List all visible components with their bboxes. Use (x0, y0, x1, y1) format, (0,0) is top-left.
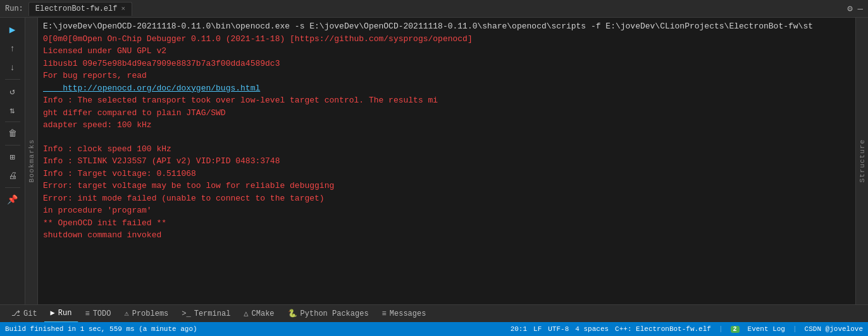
todo-label: TODO (93, 309, 111, 318)
git-label: Git (23, 309, 37, 318)
todo-icon: ≡ (85, 309, 89, 318)
python-packages-icon: 🐍 (288, 309, 297, 318)
bottom-tab-todo[interactable]: ≡TODO (78, 305, 118, 323)
bottom-tab-git[interactable]: ⎇Git (5, 305, 44, 323)
main-area: ▶ ↑ ↓ ↺ ⇅ 🗑 ⊞ 🖨 📌 Bookmarks E:\joveDev\O… (0, 18, 868, 304)
rerun-button[interactable]: ↺ (3, 82, 23, 100)
bottom-tab-run[interactable]: ▶Run (44, 305, 79, 323)
language[interactable]: C++: ElectronBot-fw.elf (615, 325, 711, 333)
clear-console-button[interactable]: 🗑 (3, 125, 23, 142)
terminal-icon: >_ (182, 309, 190, 318)
settings-icon[interactable]: ⚙ (847, 3, 852, 14)
event-log-label[interactable]: Event Log (748, 325, 785, 333)
separator: | (719, 325, 723, 333)
terminal-line: E:\joveDev\OpenOCD-20211118-0.11.0\bin\o… (43, 20, 850, 33)
scroll-down-button[interactable]: ↓ (3, 59, 23, 77)
terminal-line: http://openocd.org/doc/doxygen/bugs.html (43, 82, 850, 95)
bookmarks-sidebar: Bookmarks (25, 18, 38, 304)
terminal-line: in procedure 'program' (43, 204, 850, 217)
play-button[interactable]: ▶ (3, 21, 23, 39)
pin-button[interactable]: 📌 (3, 190, 23, 208)
main-tab[interactable]: ElectronBot-fw.elf × (28, 2, 132, 16)
problems-label: Problems (132, 309, 169, 318)
bottom-tab-problems[interactable]: ⚠Problems (118, 305, 175, 323)
terminal-line: 0[0m0[0mOpen On-Chip Debugger 0.11.0 (20… (43, 33, 850, 46)
sidebar-separator-3 (5, 145, 20, 146)
sidebar-separator-2 (5, 121, 20, 122)
print-button[interactable]: 🖨 (3, 167, 23, 185)
structure-sidebar: Structure (855, 18, 868, 304)
bottom-toolbar: ⎇Git▶Run≡TODO⚠Problems>_Terminal△CMake🐍P… (0, 304, 868, 322)
separator2: | (793, 325, 797, 333)
event-log-badge: 2 (731, 326, 740, 333)
terminal-line: Info : The selected transport took over … (43, 94, 850, 107)
terminal-area[interactable]: E:\joveDev\OpenOCD-20211118-0.11.0\bin\o… (38, 18, 855, 304)
bottom-tab-terminal[interactable]: >_Terminal (175, 305, 237, 323)
git-icon: ⎇ (11, 309, 20, 318)
run-label: Run (58, 309, 72, 318)
terminal-line: For bug reports, read (43, 70, 850, 82)
terminal-line: Info : Target voltage: 0.511068 (43, 168, 850, 180)
status-bar: Build finished in 1 sec, 559 ms (a minut… (0, 322, 868, 336)
run-icon: ▶ (51, 308, 55, 318)
messages-icon: ≡ (382, 309, 387, 318)
left-sidebar: ▶ ↑ ↓ ↺ ⇅ 🗑 ⊞ 🖨 📌 (0, 18, 25, 304)
terminal-empty-line (43, 132, 850, 143)
terminal-line: adapter speed: 100 kHz (43, 119, 850, 132)
minimize-icon[interactable]: — (858, 4, 863, 14)
terminal-line: Licensed under GNU GPL v2 (43, 45, 850, 58)
status-right: 20:1 LF UTF-8 4 spaces C++: ElectronBot-… (511, 325, 863, 333)
cmake-icon: △ (244, 309, 248, 318)
sidebar-separator-1 (5, 79, 20, 80)
python-packages-label: Python Packages (301, 309, 369, 318)
terminal-line: Error: target voltage may be too low for… (43, 180, 850, 192)
problems-icon: ⚠ (124, 309, 128, 318)
structure-label: Structure (859, 139, 866, 182)
line-ending[interactable]: LF (533, 325, 542, 333)
cmake-label: CMake (252, 309, 275, 318)
layout-button[interactable]: ⊞ (3, 148, 23, 166)
title-bar: Run: ElectronBot-fw.elf × ⚙ — (0, 0, 868, 18)
terminal-line: Info : STLINK V2J35S7 (API v2) VID:PID 0… (43, 155, 850, 168)
scroll-lock-button[interactable]: ⇅ (3, 101, 23, 119)
build-status: Build finished in 1 sec, 559 ms (a minut… (5, 325, 197, 333)
terminal-line: libusb1 09e75e98b4d9ea7909e8837b7a3f00dd… (43, 58, 850, 70)
terminal-label: Terminal (194, 309, 231, 318)
bottom-tab-python-packages[interactable]: 🐍Python Packages (282, 305, 376, 323)
csdn-text: CSDN @jovelove (805, 325, 863, 333)
sidebar-separator-4 (5, 187, 20, 188)
bottom-tab-cmake[interactable]: △CMake (237, 305, 281, 323)
run-label: Run: (5, 4, 23, 13)
terminal-line: ght differ compared to plain JTAG/SWD (43, 107, 850, 120)
tab-name: ElectronBot-fw.elf (35, 4, 118, 13)
cursor-position[interactable]: 20:1 (511, 325, 527, 333)
indent[interactable]: 4 spaces (575, 325, 609, 333)
messages-label: Messages (390, 309, 426, 318)
bottom-tab-messages[interactable]: ≡Messages (376, 305, 433, 323)
bookmarks-label: Bookmarks (28, 139, 35, 182)
terminal-line: ** OpenOCD init failed ** (43, 217, 850, 230)
terminal-line: Error: init mode failed (unable to conne… (43, 192, 850, 205)
terminal-line: shutdown command invoked (43, 229, 850, 242)
encoding[interactable]: UTF-8 (548, 325, 569, 333)
scroll-up-button[interactable]: ↑ (3, 40, 23, 58)
title-bar-icons: ⚙ — (847, 3, 863, 14)
close-tab-icon[interactable]: × (121, 5, 125, 13)
terminal-line: Info : clock speed 100 kHz (43, 143, 850, 156)
